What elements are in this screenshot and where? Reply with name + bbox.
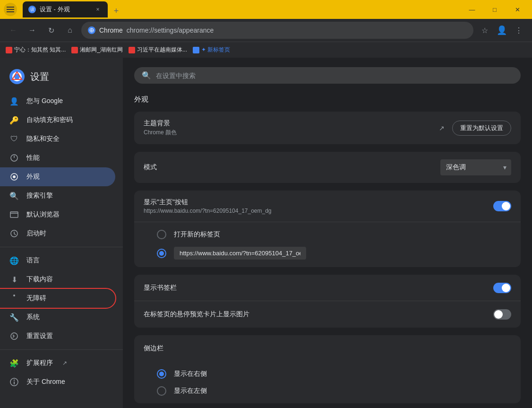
home-btn-toggle[interactable] bbox=[493, 201, 511, 211]
site-favicon bbox=[88, 26, 95, 34]
sidebar-item-language[interactable]: 🌐 语言 bbox=[0, 251, 115, 270]
bookmarks-row: 显示书签栏 bbox=[134, 275, 521, 301]
sidebar-item-system[interactable]: 🔧 系统 bbox=[0, 308, 115, 327]
radio-new-tab-option[interactable]: 打开新的标签页 bbox=[157, 226, 511, 243]
language-icon: 🌐 bbox=[9, 256, 19, 265]
system-icon: 🔧 bbox=[9, 313, 19, 322]
about-icon bbox=[9, 377, 19, 387]
radio-left-circle[interactable] bbox=[157, 386, 166, 396]
toggle-thumb bbox=[502, 202, 510, 210]
svg-point-18 bbox=[14, 380, 15, 381]
forward-button[interactable]: → bbox=[25, 23, 40, 38]
bookmarks-toggle[interactable] bbox=[493, 283, 511, 293]
toolbar-actions: ☆ 👤 ⋮ bbox=[477, 23, 526, 38]
reload-button[interactable]: ↻ bbox=[43, 23, 59, 38]
home-button[interactable]: ⌂ bbox=[62, 23, 77, 38]
appearance-icon bbox=[9, 172, 19, 182]
sidebar-item-reset[interactable]: 重置设置 bbox=[0, 327, 115, 346]
sidebar-item-accessibility[interactable]: 无障碍 bbox=[0, 289, 115, 308]
radio-new-tab-circle[interactable] bbox=[157, 230, 166, 239]
back-button[interactable]: ← bbox=[6, 23, 21, 38]
url-path-text: chrome://settings/appearance bbox=[127, 26, 214, 34]
bookmark-star-button[interactable]: ☆ bbox=[477, 23, 492, 38]
radio-right-label: 显示在右侧 bbox=[174, 370, 207, 378]
chrome-menu-button[interactable] bbox=[4, 3, 17, 16]
active-tab[interactable]: 设 设置 - 外观 × bbox=[23, 1, 108, 17]
bookmark-label-0: 宁心：知其然 知其... bbox=[14, 46, 66, 54]
sidebar-item-search[interactable]: 🔍 搜索引擎 bbox=[0, 186, 115, 205]
radio-url-circle[interactable] bbox=[157, 249, 166, 258]
chrome-logo bbox=[9, 69, 25, 84]
hover-preview-row: 在标签页的悬停预览卡片上显示图片 bbox=[134, 301, 521, 328]
new-tab-button[interactable]: + bbox=[110, 4, 123, 17]
sidebar-label-search: 搜索引擎 bbox=[26, 191, 53, 200]
hover-preview-toggle[interactable] bbox=[493, 309, 511, 320]
maximize-button[interactable]: □ bbox=[484, 2, 506, 17]
sidebar-label-appearance: 外观 bbox=[26, 173, 40, 181]
toolbar: ← → ↻ ⌂ Chrome chrome://settings/appeara… bbox=[0, 19, 532, 42]
close-button[interactable]: ✕ bbox=[506, 2, 528, 17]
sidebar-item-autofill[interactable]: 🔑 自动填充和密码 bbox=[0, 111, 115, 130]
bookmarks-card: 显示书签栏 在标签页的悬停预览卡片上显示图片 bbox=[134, 275, 521, 328]
sidebar-item-extensions[interactable]: 🧩 扩展程序 ↗ bbox=[0, 354, 115, 373]
settings-search-bar[interactable]: 🔍 bbox=[134, 67, 521, 84]
sidebar-item-appearance[interactable]: 外观 bbox=[0, 167, 115, 186]
home-btn-row: 显示"主页"按钮 https://www.baidu.com/?tn=62095… bbox=[134, 191, 521, 222]
window-controls: — □ ✕ bbox=[461, 2, 528, 17]
sidebar-divider bbox=[0, 247, 123, 247]
download-icon: ⬇ bbox=[9, 275, 19, 284]
radio-right-option[interactable]: 显示在右侧 bbox=[157, 365, 511, 382]
tab-favicon: 设 bbox=[28, 6, 36, 13]
theme-external-link-icon[interactable]: ↗ bbox=[437, 123, 446, 133]
bookmark-icon-0 bbox=[6, 47, 12, 53]
profile-button[interactable]: 👤 bbox=[494, 23, 509, 38]
mode-dropdown-value: 深色调 bbox=[446, 163, 466, 172]
bookmark-item-1[interactable]: 湘邮网_湖南红网 bbox=[71, 46, 123, 54]
theme-reset-button[interactable]: 重置为默认设置 bbox=[452, 121, 511, 136]
radio-left-label: 显示在左侧 bbox=[174, 387, 207, 395]
extensions-icon: 🧩 bbox=[9, 358, 19, 368]
address-bar[interactable]: Chrome chrome://settings/appearance bbox=[81, 22, 473, 39]
bookmark-item-0[interactable]: 宁心：知其然 知其... bbox=[6, 46, 66, 54]
autofill-icon: 🔑 bbox=[9, 115, 19, 125]
tab-bar: 设 设置 - 外观 × + bbox=[20, 1, 458, 17]
radio-left-option[interactable]: 显示在左侧 bbox=[157, 382, 511, 399]
bookmarks-info: 显示书签栏 bbox=[144, 284, 493, 292]
sidebar-item-performance[interactable]: 性能 bbox=[0, 148, 115, 167]
svg-rect-1 bbox=[7, 9, 14, 10]
radio-new-tab-label: 打开新的标签页 bbox=[174, 230, 220, 239]
sidebar-radios: 显示在右侧 显示在左侧 bbox=[134, 362, 521, 403]
home-btn-label: 显示"主页"按钮 bbox=[144, 198, 493, 207]
bookmark-icon-1 bbox=[71, 47, 78, 53]
mode-row: 模式 深色调 bbox=[134, 152, 521, 183]
theme-control: ↗ 重置为默认设置 bbox=[437, 121, 511, 136]
sidebar-item-about[interactable]: 关于 Chrome bbox=[0, 373, 115, 391]
theme-sublabel: Chrome 颜色 bbox=[144, 129, 437, 137]
theme-info: 主题背景 Chrome 颜色 bbox=[144, 119, 437, 137]
chrome-menu-icon[interactable]: ⋮ bbox=[511, 23, 526, 38]
radio-right-circle[interactable] bbox=[157, 369, 166, 379]
mode-dropdown[interactable]: 深色调 bbox=[440, 159, 511, 175]
sidebar-item-default-browser[interactable]: 默认浏览器 bbox=[0, 205, 115, 224]
tab-close-button[interactable]: × bbox=[94, 5, 102, 14]
site-name-label: Chrome bbox=[99, 26, 123, 34]
minimize-button[interactable]: — bbox=[461, 2, 483, 17]
home-url-input[interactable] bbox=[174, 247, 306, 260]
bookmark-new-tab[interactable]: ✦ 新标签页 bbox=[193, 46, 230, 54]
sidebar-label-performance: 性能 bbox=[26, 154, 40, 162]
radio-url-option[interactable] bbox=[157, 243, 511, 263]
bookmark-label-2: 习近平在越南媒体... bbox=[137, 46, 187, 54]
sidebar-item-startup[interactable]: 启动时 bbox=[0, 224, 115, 243]
performance-icon bbox=[9, 153, 19, 163]
accessibility-icon bbox=[9, 294, 19, 303]
sidebar-item-google[interactable]: 👤 您与 Google bbox=[0, 92, 115, 111]
sidebar-label-download: 下载内容 bbox=[26, 275, 53, 284]
sidebar-label-language: 语言 bbox=[26, 256, 40, 265]
sidebar-item-privacy[interactable]: 🛡 隐私和安全 bbox=[0, 130, 115, 148]
hover-preview-toggle-control bbox=[493, 309, 511, 320]
mode-info: 模式 bbox=[144, 163, 440, 172]
sidebar-item-download[interactable]: ⬇ 下载内容 bbox=[0, 270, 115, 289]
settings-search-input[interactable] bbox=[156, 72, 513, 79]
mode-label: 模式 bbox=[144, 163, 440, 172]
bookmark-item-2[interactable]: 习近平在越南媒体... bbox=[129, 46, 187, 54]
